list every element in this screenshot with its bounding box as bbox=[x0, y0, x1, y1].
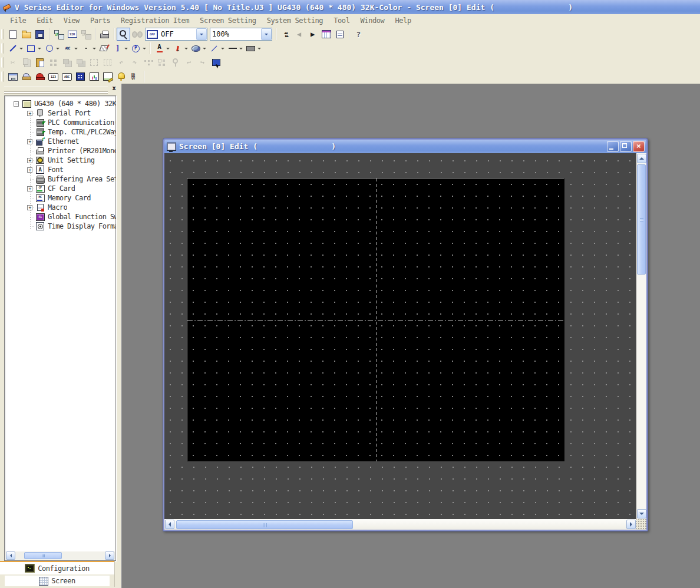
date-part-button[interactable]: DD MM YY bbox=[128, 70, 141, 83]
simulator-button[interactable]: SIM bbox=[65, 28, 79, 41]
save-button[interactable] bbox=[33, 28, 47, 41]
align-button[interactable] bbox=[141, 56, 155, 69]
menu-registration-item[interactable]: Registration Item bbox=[115, 15, 194, 27]
screen-list-button[interactable] bbox=[319, 28, 333, 41]
scale-tool[interactable] bbox=[111, 42, 129, 55]
close-button[interactable] bbox=[633, 141, 645, 152]
prev-screen-button[interactable] bbox=[292, 28, 306, 41]
text-tool[interactable]: ABC bbox=[61, 42, 79, 55]
main-titlebar[interactable]: V Series Editor for Windows Version 5.40… bbox=[0, 0, 700, 15]
scroll-right-icon[interactable] bbox=[626, 520, 636, 529]
scrollbar-thumb[interactable] bbox=[24, 552, 62, 559]
resize-grip[interactable] bbox=[636, 519, 646, 530]
send-to-back-button[interactable] bbox=[74, 56, 87, 69]
minimize-button[interactable] bbox=[607, 141, 619, 152]
tree-horizontal-scrollbar[interactable] bbox=[5, 551, 115, 560]
buzzer-part-button[interactable] bbox=[114, 70, 128, 83]
next-screen-button[interactable] bbox=[306, 28, 319, 41]
menu-screen-setting[interactable]: Screen Setting bbox=[194, 15, 262, 27]
menu-help[interactable]: Help bbox=[389, 15, 416, 27]
tree-item-time-display-format[interactable]: Time Display Format bbox=[5, 222, 115, 231]
scrollbar-thumb[interactable] bbox=[637, 164, 646, 275]
pin-button[interactable] bbox=[169, 56, 182, 69]
menu-window[interactable]: Window bbox=[355, 15, 390, 27]
screen-canvas[interactable] bbox=[187, 179, 564, 461]
fill-button[interactable] bbox=[244, 42, 262, 55]
palette-button[interactable] bbox=[189, 42, 207, 55]
menu-system-setting[interactable]: System Setting bbox=[262, 15, 329, 27]
group-button[interactable] bbox=[87, 56, 101, 69]
scroll-up-icon[interactable] bbox=[637, 154, 646, 163]
tree-item-macro[interactable]: Macro bbox=[5, 203, 115, 212]
help-button[interactable]: ? bbox=[352, 28, 365, 41]
tree-expander-icon[interactable] bbox=[27, 167, 32, 173]
tree-item-printer[interactable]: Printer (PR201Monoch bbox=[5, 146, 115, 156]
tree-item-memory-card[interactable]: MC Memory Card bbox=[5, 193, 115, 203]
scroll-right-icon[interactable] bbox=[105, 551, 114, 560]
char-color-button[interactable]: A bbox=[153, 42, 171, 55]
tree-item-font[interactable]: A Font bbox=[5, 165, 115, 174]
tree-item-serial-port[interactable]: Serial Port bbox=[5, 108, 115, 118]
line-width-button[interactable] bbox=[207, 42, 226, 55]
bring-to-front-button[interactable] bbox=[60, 56, 74, 69]
graph-part-button[interactable] bbox=[87, 70, 101, 83]
edit-workspace[interactable] bbox=[164, 153, 636, 519]
zoom-level-combo[interactable]: 100% bbox=[210, 28, 272, 41]
line-tool[interactable] bbox=[6, 42, 24, 55]
menu-view[interactable]: View bbox=[58, 15, 85, 27]
rotate-left-button[interactable] bbox=[114, 56, 128, 69]
scrollbar-thumb[interactable] bbox=[176, 520, 353, 529]
open-button[interactable] bbox=[19, 28, 33, 41]
numeric-display-button[interactable]: 123 bbox=[47, 70, 60, 83]
tree-item-ug430[interactable]: UG430 (640 * 480) 32K- bbox=[5, 99, 115, 108]
new-button[interactable] bbox=[6, 28, 19, 41]
off-display-combo[interactable]: OFF OFF bbox=[145, 28, 207, 41]
transfer-button[interactable] bbox=[52, 28, 65, 41]
redo-button[interactable] bbox=[196, 56, 209, 69]
chevron-down-icon[interactable] bbox=[196, 28, 207, 40]
tree-item-ethernet[interactable]: Ethernet bbox=[5, 137, 115, 146]
menu-edit[interactable]: Edit bbox=[31, 15, 58, 27]
match-size-button[interactable] bbox=[155, 56, 169, 69]
maximize-button[interactable] bbox=[620, 141, 632, 152]
statistic-part-button[interactable] bbox=[101, 70, 114, 83]
tree-expander-icon[interactable] bbox=[27, 139, 32, 144]
close-sidebar-icon[interactable]: x bbox=[110, 85, 118, 93]
tree-expander-icon[interactable] bbox=[14, 101, 19, 107]
undo-button[interactable] bbox=[182, 56, 196, 69]
tree-item-global-function-switch[interactable]: F1 Global Function Swi bbox=[5, 212, 115, 222]
display-environment-button[interactable] bbox=[209, 56, 223, 69]
rect-tool[interactable] bbox=[24, 42, 42, 55]
tree-item-cf-card[interactable]: CF CF Card bbox=[5, 184, 115, 193]
menu-tool[interactable]: Tool bbox=[328, 15, 355, 27]
print-button[interactable] bbox=[98, 28, 111, 41]
rotate-right-button[interactable] bbox=[128, 56, 141, 69]
circle-tool[interactable] bbox=[42, 42, 61, 55]
menu-parts[interactable]: Parts bbox=[85, 15, 115, 27]
search-button[interactable] bbox=[130, 28, 144, 41]
tree-expander-icon[interactable] bbox=[27, 158, 32, 163]
child-titlebar[interactable]: Screen [0] Edit ( ) bbox=[164, 140, 646, 153]
menu-file[interactable]: File bbox=[5, 15, 31, 27]
cut-button[interactable] bbox=[6, 56, 19, 69]
parts-place-button[interactable]: P bbox=[129, 42, 147, 55]
tree-expander-icon[interactable] bbox=[27, 111, 32, 116]
paint-tool[interactable] bbox=[97, 42, 111, 55]
scroll-left-icon[interactable] bbox=[6, 551, 15, 560]
multi-copy-button[interactable] bbox=[47, 56, 60, 69]
chevron-down-icon[interactable] bbox=[261, 28, 272, 40]
item-list-button[interactable] bbox=[333, 28, 346, 41]
dot-tool[interactable] bbox=[79, 42, 97, 55]
copy-button[interactable] bbox=[19, 56, 33, 69]
horizontal-scrollbar[interactable] bbox=[164, 519, 636, 530]
tree-expander-icon[interactable] bbox=[27, 186, 32, 191]
tree-item-unit-setting[interactable]: Unit Setting bbox=[5, 156, 115, 165]
tree-item-temp-ctrl[interactable]: Temp. CTRL/PLC2Way bbox=[5, 127, 115, 137]
pen-button[interactable] bbox=[171, 42, 189, 55]
switch-part-button[interactable] bbox=[6, 70, 19, 83]
tree-item-plc-communication[interactable]: PLC Communication(M bbox=[5, 118, 115, 127]
lamp-part-button[interactable] bbox=[19, 70, 33, 83]
sidebar-grip-handle[interactable] bbox=[4, 87, 108, 92]
alarm-display-button[interactable] bbox=[33, 70, 47, 83]
line-style-button[interactable] bbox=[226, 42, 244, 55]
